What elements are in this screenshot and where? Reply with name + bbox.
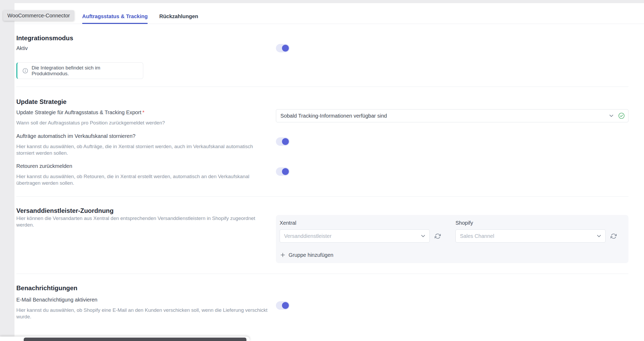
tab-bar: Auftragsstatus & Tracking Rückzahlungen [14, 3, 644, 24]
auto-storno-row: Aufträge automatisch im Verkaufskanal st… [16, 133, 628, 156]
export-strategy-hint: Wann soll der Auftragsstatus pro Positio… [16, 119, 269, 126]
info-text: Die Integration befindet sich im Produkt… [32, 65, 138, 77]
settings-content: Integrationsmodus Aktiv Die Integration … [14, 34, 644, 320]
sales-channel-select[interactable]: Sales Channel [455, 229, 606, 243]
xentral-label: Xentral [280, 220, 430, 226]
horizontal-scrollbar-thumb[interactable] [24, 338, 246, 341]
update-strategy-select-value: Sobald Tracking-Informationen verfügbar … [280, 113, 387, 119]
update-strategie-row: Update Strategie für Auftragsstatus & Tr… [16, 109, 628, 126]
produktivmodus-info-banner: Die Integration befindet sich im Produkt… [16, 62, 143, 79]
update-strategie-label-block: Update Strategie für Auftragsstatus & Tr… [16, 109, 276, 126]
chevron-down-icon [420, 233, 426, 239]
versanddienstleister-select[interactable]: Versanddienstleister [280, 229, 430, 243]
auto-storno-hint: Hier kannst du auswählen, ob Aufträge, d… [16, 143, 269, 156]
info-icon [22, 68, 28, 74]
auto-storno-label-block: Aufträge automatisch im Verkaufskanal st… [16, 133, 276, 156]
section-update-strategie: Update Strategie Update Strategie für Au… [16, 98, 628, 197]
update-strategie-title: Update Strategie [16, 98, 628, 106]
valid-check-icon [618, 113, 625, 119]
email-row: E-Mail Benachrichtigung aktivieren Hier … [16, 297, 628, 320]
toggle-knob [282, 302, 289, 309]
versand-hint: Hier können die Versandarten aus Xentral… [16, 215, 269, 228]
email-label-block: E-Mail Benachrichtigung aktivieren Hier … [16, 297, 276, 320]
add-group-label: Gruppe hinzufügen [289, 252, 333, 258]
auto-storno-label: Aufträge automatisch im Verkaufskanal st… [16, 133, 276, 139]
aktiv-toggle[interactable] [276, 44, 290, 52]
divider [16, 87, 628, 87]
versanddienstleister-placeholder: Versanddienstleister [284, 233, 331, 239]
divider [16, 274, 628, 274]
xentral-field-group: Xentral Versanddienstleister [280, 220, 430, 243]
toggle-knob [282, 168, 289, 175]
auto-storno-toggle[interactable] [276, 137, 290, 146]
retouren-row: Retouren zurückmelden Hier kannst du aus… [16, 163, 628, 186]
add-group-button[interactable]: Gruppe hinzufügen [280, 251, 333, 259]
aktiv-label: Aktiv [16, 45, 276, 52]
versand-row: Hier können die Versandarten aus Xentral… [16, 215, 628, 263]
refresh-xentral-button[interactable] [434, 232, 441, 240]
email-toggle[interactable] [276, 301, 290, 310]
toggle-knob [282, 45, 289, 52]
chevron-down-icon [608, 113, 615, 119]
shopify-label: Shopify [455, 220, 606, 226]
benachrichtigungen-title: Benachrichtigungen [16, 284, 628, 292]
chevron-down-icon [596, 233, 602, 239]
settings-card: Auftragsstatus & Tracking Rückzahlungen … [14, 3, 644, 341]
refresh-shopify-button[interactable] [610, 232, 617, 240]
sales-channel-placeholder: Sales Channel [460, 233, 494, 239]
email-label: E-Mail Benachrichtigung aktivieren [16, 297, 276, 303]
carrier-mapping-panel: Xentral Versanddienstleister [276, 215, 628, 263]
toggle-knob [282, 138, 289, 145]
divider [16, 196, 628, 197]
section-integrationsmodus: Integrationsmodus Aktiv Die Integration … [16, 34, 628, 87]
required-asterisk: * [142, 109, 145, 115]
update-strategy-select[interactable]: Sobald Tracking-Informationen verfügbar … [276, 109, 628, 122]
retouren-hint: Hier kannst du auswählen, ob Retouren, d… [16, 173, 269, 186]
export-strategy-label: Update Strategie für Auftragsstatus & Tr… [16, 109, 276, 116]
email-hint: Hier kannst du auswählen, ob Shopify ein… [16, 307, 269, 320]
export-strategy-label-text: Update Strategie für Auftragsstatus & Tr… [16, 109, 141, 115]
shopify-field-group: Shopify Sales Channel [455, 220, 606, 243]
bottom-sheet-edge [0, 337, 250, 341]
tab-auftragsstatus-tracking[interactable]: Auftragsstatus & Tracking [82, 13, 148, 24]
plus-icon [280, 252, 286, 258]
aktiv-row: Aktiv [16, 43, 628, 53]
section-versanddienstleister-zuordnung: Versanddienstleister-Zuordnung Hier könn… [16, 207, 628, 274]
woocommerce-connector-tooltip: WooCommerce-Connector [3, 10, 74, 21]
section-benachrichtigungen: Benachrichtigungen E-Mail Benachrichtigu… [16, 284, 628, 320]
tab-rueckzahlungen[interactable]: Rückzahlungen [159, 13, 198, 24]
integrationsmodus-title: Integrationsmodus [16, 34, 628, 42]
versand-title: Versanddienstleister-Zuordnung [16, 207, 628, 214]
retouren-label: Retouren zurückmelden [16, 163, 276, 169]
retouren-toggle[interactable] [276, 167, 290, 176]
carrier-mapping-fields: Xentral Versanddienstleister [280, 220, 625, 243]
retouren-label-block: Retouren zurückmelden Hier kannst du aus… [16, 163, 276, 186]
